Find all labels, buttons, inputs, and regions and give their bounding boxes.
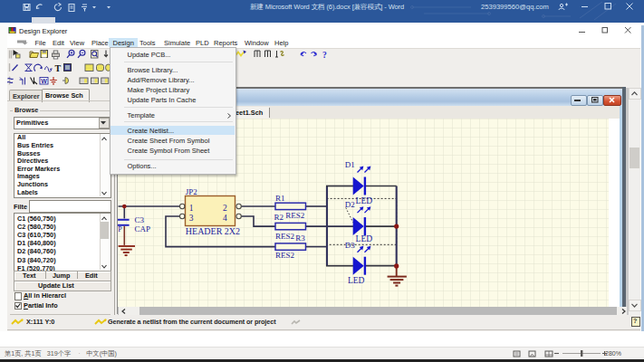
svg-text:RES2: RES2 [275, 232, 294, 241]
svg-text:D1: D1 [345, 160, 355, 169]
svg-text:P: P [118, 225, 122, 233]
svg-text:R3: R3 [295, 233, 305, 243]
svg-text:HEADER 2X2: HEADER 2X2 [186, 226, 240, 236]
svg-text:LED: LED [348, 276, 365, 285]
svg-text:W: W [41, 78, 47, 84]
svg-text:T: T [55, 63, 62, 73]
svg-text:3: 3 [189, 214, 194, 223]
svg-text:CAP: CAP [134, 224, 150, 233]
svg-text:JP2: JP2 [186, 187, 197, 196]
svg-text:R1: R1 [275, 194, 285, 203]
svg-text:RES2: RES2 [275, 251, 294, 260]
svg-text:1: 1 [189, 204, 194, 213]
svg-text:2: 2 [223, 204, 227, 213]
svg-text:?: ? [322, 51, 327, 60]
svg-text:LED: LED [356, 234, 373, 243]
svg-text:4: 4 [223, 214, 227, 223]
svg-text:C3: C3 [134, 215, 144, 224]
svg-text:LED: LED [356, 196, 373, 205]
svg-text:D3: D3 [345, 241, 355, 250]
svg-text:R2: R2 [274, 213, 284, 222]
svg-text:D2: D2 [345, 200, 355, 209]
svg-text:RES2: RES2 [285, 211, 304, 220]
